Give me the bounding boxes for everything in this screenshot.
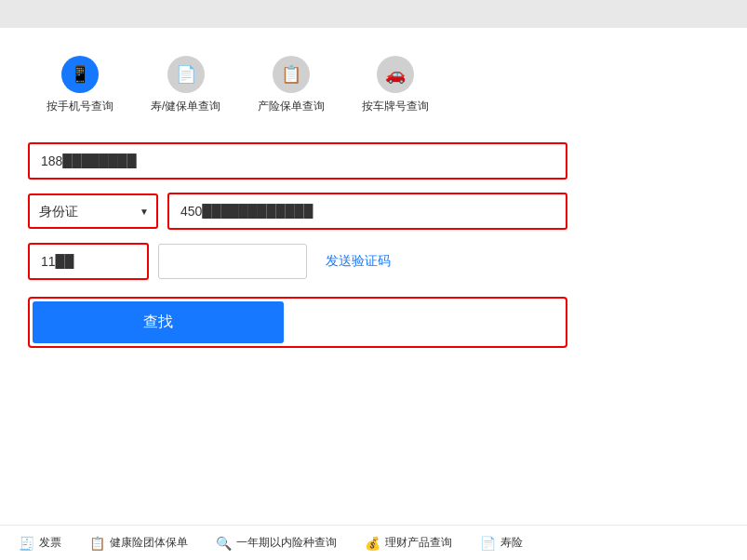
bottom-label-wealth: 理财产品查询 <box>385 535 452 551</box>
bottom-item-invoice[interactable]: 🧾 发票 <box>19 535 61 551</box>
bottom-item-short-term[interactable]: 🔍 一年期以内险种查询 <box>216 535 337 551</box>
verification-code-blank[interactable] <box>158 244 307 279</box>
code-row: 发送验证码 <box>28 243 567 280</box>
bottom-label-health: 健康险团体保单 <box>110 535 188 551</box>
tab-car-label: 按车牌号查询 <box>362 99 429 114</box>
search-button[interactable]: 查找 <box>33 301 284 343</box>
search-button-wrapper: 查找 <box>28 297 567 348</box>
life-icon: 📄 <box>480 536 496 551</box>
bottom-item-wealth[interactable]: 💰 理财产品查询 <box>365 535 452 551</box>
verification-code-input[interactable] <box>28 243 149 280</box>
main-content: 📱 按手机号查询 📄 寿/健保单查询 📋 产险保单查询 🚗 按车牌号查询 身份证 <box>0 28 747 525</box>
tab-phone[interactable]: 📱 按手机号查询 <box>28 47 132 124</box>
form-area: 身份证 护照 军官证 ▼ 发送验证码 查找 <box>28 142 567 348</box>
tab-life[interactable]: 📄 寿/健保单查询 <box>132 47 239 124</box>
send-code-button[interactable]: 发送验证码 <box>316 253 400 270</box>
bottom-label-life: 寿险 <box>500 535 523 551</box>
phone-input[interactable] <box>28 142 567 180</box>
invoice-icon: 🧾 <box>19 536 34 551</box>
bottom-label-invoice: 发票 <box>39 535 61 551</box>
tab-life-label: 寿/健保单查询 <box>151 99 220 114</box>
id-row: 身份证 护照 军官证 ▼ <box>28 193 567 230</box>
property-tab-icon: 📋 <box>273 56 310 93</box>
health-icon: 📋 <box>89 536 105 551</box>
top-bar <box>0 0 747 28</box>
phone-field-wrapper <box>28 142 567 180</box>
car-tab-icon: 🚗 <box>377 56 414 93</box>
id-type-select[interactable]: 身份证 护照 军官证 <box>28 193 158 229</box>
id-number-input[interactable] <box>167 193 567 230</box>
tab-property[interactable]: 📋 产险保单查询 <box>239 47 343 124</box>
phone-tab-icon: 📱 <box>61 56 99 93</box>
id-type-select-wrapper: 身份证 护照 军官证 ▼ <box>28 193 158 229</box>
tab-property-label: 产险保单查询 <box>258 99 325 114</box>
tab-car[interactable]: 🚗 按车牌号查询 <box>343 47 447 124</box>
bottom-label-short-term: 一年期以内险种查询 <box>236 535 337 551</box>
bottom-bar: 🧾 发票 📋 健康险团体保单 🔍 一年期以内险种查询 💰 理财产品查询 📄 寿险 <box>0 525 747 560</box>
tabs-row: 📱 按手机号查询 📄 寿/健保单查询 📋 产险保单查询 🚗 按车牌号查询 <box>28 47 719 124</box>
bottom-item-health[interactable]: 📋 健康险团体保单 <box>89 535 188 551</box>
bottom-item-life[interactable]: 📄 寿险 <box>480 535 523 551</box>
wealth-icon: 💰 <box>365 536 380 551</box>
life-tab-icon: 📄 <box>167 56 205 93</box>
short-term-icon: 🔍 <box>216 536 232 551</box>
tab-phone-label: 按手机号查询 <box>47 99 113 114</box>
